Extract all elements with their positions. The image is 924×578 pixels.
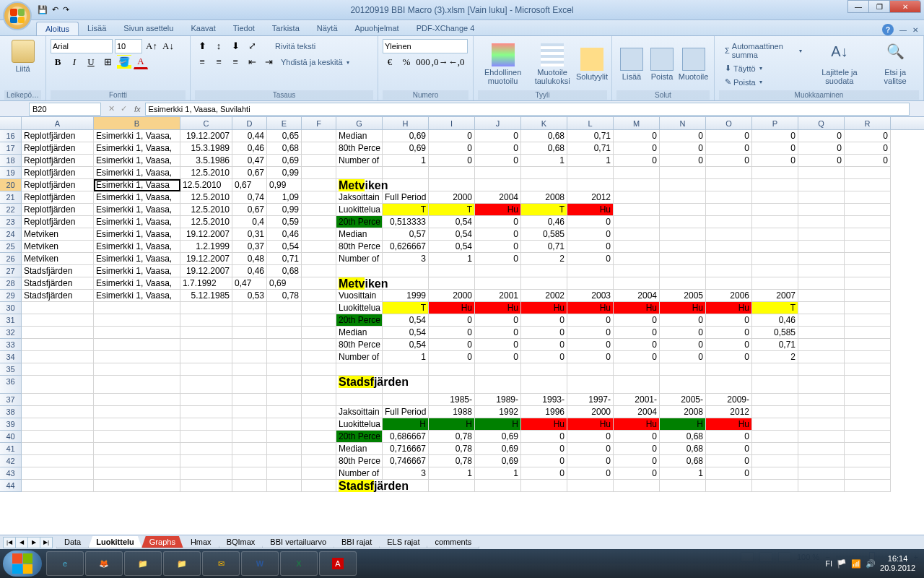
cell[interactable] bbox=[267, 406, 302, 418]
col-header-R[interactable]: R bbox=[845, 117, 891, 129]
col-header-N[interactable]: N bbox=[660, 117, 706, 129]
cell[interactable] bbox=[302, 418, 336, 431]
spreadsheet-grid[interactable]: ABCDEFGHIJKLMNOPQR 16ReplotfjärdenEsimer… bbox=[0, 117, 924, 535]
cell[interactable]: 0 bbox=[614, 351, 660, 363]
cell[interactable] bbox=[94, 314, 180, 327]
cell[interactable] bbox=[752, 228, 798, 241]
cell[interactable] bbox=[180, 302, 232, 314]
cell[interactable]: Esimerkki 1, Vaasa, bbox=[94, 265, 180, 277]
row-header[interactable]: 32 bbox=[0, 327, 22, 339]
cell[interactable]: 0,68 bbox=[521, 130, 567, 142]
cell[interactable]: 20th Perce bbox=[336, 216, 383, 228]
cell[interactable] bbox=[94, 443, 180, 455]
cell[interactable]: 0 bbox=[567, 241, 614, 253]
cell[interactable] bbox=[22, 314, 94, 327]
cell[interactable]: Esimerkki 1, Vaasa, bbox=[94, 216, 180, 228]
cell[interactable] bbox=[267, 327, 302, 339]
insert-cells-button[interactable]: Lisää bbox=[616, 38, 647, 90]
cell[interactable]: Hu bbox=[521, 302, 567, 314]
cell[interactable] bbox=[798, 302, 845, 314]
cell[interactable] bbox=[302, 155, 336, 167]
cell[interactable] bbox=[845, 443, 891, 455]
cell[interactable] bbox=[752, 179, 798, 191]
col-header-F[interactable]: F bbox=[302, 117, 336, 129]
paste-button[interactable]: Liitä bbox=[4, 38, 41, 74]
cell[interactable]: 0 bbox=[521, 314, 567, 327]
cell[interactable] bbox=[845, 363, 891, 376]
cell[interactable]: 0 bbox=[475, 130, 521, 142]
cell[interactable] bbox=[336, 265, 383, 277]
taskbar-explorer2[interactable]: 📁 bbox=[163, 551, 201, 576]
cell[interactable]: 0,57 bbox=[383, 228, 429, 241]
cell[interactable]: 0 bbox=[614, 339, 660, 351]
cell[interactable] bbox=[232, 339, 267, 351]
cell[interactable] bbox=[22, 376, 94, 394]
sheet-tab-bqimax[interactable]: BQImax bbox=[219, 536, 263, 548]
cell[interactable]: 0 bbox=[706, 130, 752, 142]
cell[interactable]: Hu bbox=[660, 302, 706, 314]
cell[interactable]: Replotfjärden bbox=[22, 142, 94, 155]
cell[interactable] bbox=[752, 431, 798, 443]
cell[interactable]: Number of bbox=[336, 155, 383, 167]
cell[interactable]: H bbox=[429, 418, 475, 431]
cell[interactable] bbox=[232, 467, 267, 480]
cell[interactable]: 0,686667 bbox=[383, 431, 429, 443]
cell[interactable] bbox=[660, 228, 706, 241]
cell[interactable]: 2002 bbox=[521, 290, 567, 302]
increase-decimal-button[interactable]: ,0→ bbox=[432, 55, 447, 69]
merge-center-button[interactable]: Yhdistä ja keskitä bbox=[278, 56, 352, 68]
cell[interactable] bbox=[798, 418, 845, 431]
cell[interactable]: 0 bbox=[475, 339, 521, 351]
cell[interactable] bbox=[567, 167, 614, 179]
cell[interactable] bbox=[94, 394, 180, 406]
cell[interactable]: 0,716667 bbox=[383, 443, 429, 455]
ribbon-tab-apuohjelmat[interactable]: Apuohjelmat bbox=[346, 22, 408, 35]
cell[interactable]: 0,54 bbox=[429, 241, 475, 253]
cell[interactable] bbox=[660, 241, 706, 253]
cell[interactable] bbox=[336, 394, 383, 406]
cell[interactable]: 0,37 bbox=[232, 241, 267, 253]
bold-button[interactable]: B bbox=[51, 55, 65, 69]
cell[interactable]: Replotfjärden bbox=[22, 179, 94, 191]
col-header-B[interactable]: B bbox=[94, 117, 180, 129]
cell[interactable] bbox=[232, 394, 267, 406]
cell[interactable] bbox=[429, 376, 475, 394]
row-header[interactable]: 41 bbox=[0, 443, 22, 455]
name-box[interactable] bbox=[29, 103, 101, 116]
cell[interactable]: Median bbox=[336, 327, 383, 339]
cell[interactable]: Hu bbox=[429, 302, 475, 314]
cell[interactable]: Replotfjärden bbox=[22, 167, 94, 179]
cell[interactable]: Hu bbox=[567, 418, 614, 431]
cell[interactable] bbox=[798, 431, 845, 443]
cancel-formula-icon[interactable]: ✕ bbox=[108, 104, 115, 113]
cell[interactable]: 0 bbox=[521, 455, 567, 467]
cell[interactable] bbox=[798, 339, 845, 351]
cell[interactable]: 19.12.2007 bbox=[180, 130, 232, 142]
cell[interactable]: 0,71 bbox=[567, 130, 614, 142]
cell[interactable] bbox=[22, 480, 94, 492]
cell[interactable]: 0,54 bbox=[383, 339, 429, 351]
cell[interactable]: Stadsfjärden bbox=[22, 277, 94, 290]
cell[interactable]: 0,69 bbox=[383, 142, 429, 155]
cell[interactable] bbox=[660, 480, 706, 492]
cell[interactable]: H bbox=[475, 418, 521, 431]
col-header-J[interactable]: J bbox=[475, 117, 521, 129]
cell[interactable] bbox=[706, 265, 752, 277]
cell[interactable]: 3 bbox=[383, 467, 429, 480]
cell[interactable] bbox=[383, 480, 429, 492]
cell[interactable]: 0 bbox=[845, 130, 891, 142]
align-middle-button[interactable]: ↕ bbox=[212, 39, 226, 53]
clear-button[interactable]: ✎ Poista bbox=[722, 76, 805, 88]
cell[interactable]: 0 bbox=[475, 351, 521, 363]
cell[interactable]: 1 bbox=[475, 467, 521, 480]
cell[interactable] bbox=[302, 253, 336, 265]
cell[interactable] bbox=[845, 216, 891, 228]
cell[interactable]: 0,626667 bbox=[383, 241, 429, 253]
cell[interactable] bbox=[752, 265, 798, 277]
cell[interactable] bbox=[302, 290, 336, 302]
cell[interactable] bbox=[706, 228, 752, 241]
doc-close-icon[interactable]: ✕ bbox=[912, 26, 918, 34]
cell[interactable] bbox=[845, 228, 891, 241]
cell[interactable] bbox=[429, 167, 475, 179]
cell[interactable]: 0 bbox=[521, 339, 567, 351]
